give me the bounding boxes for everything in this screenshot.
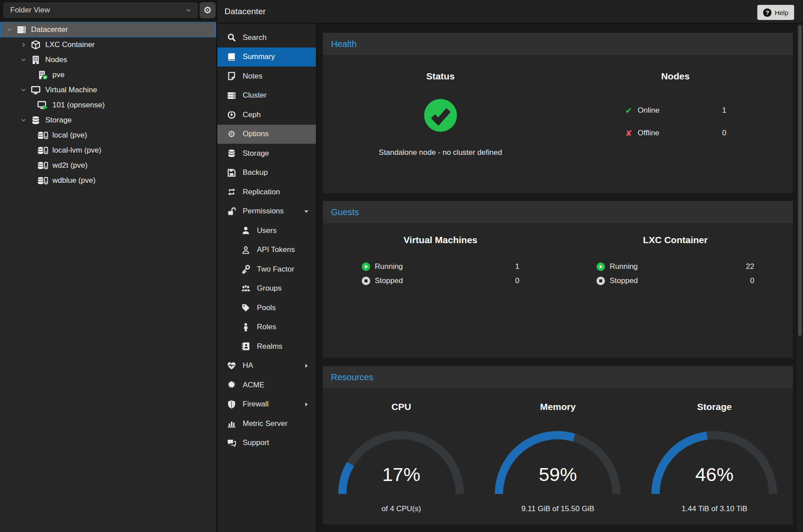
menu-item-acme[interactable]: ACME: [217, 375, 316, 395]
cube-icon: [30, 40, 41, 50]
menu-item-label: Firewall: [243, 400, 269, 409]
resources-panel: Resources CPU17%of 4 CPU(s)Memory59%9.11…: [323, 366, 793, 525]
offline-count: 0: [722, 129, 726, 138]
menu-item-metric-server[interactable]: Metric Server: [217, 414, 316, 433]
address-book-icon: [240, 342, 251, 351]
menu-item-pools[interactable]: Pools: [217, 298, 316, 318]
server-stack-icon: [226, 91, 237, 100]
menu-item-two-factor[interactable]: Two Factor: [217, 260, 316, 279]
nodes-online-row: ✔ Online 1: [624, 104, 726, 117]
tree-settings-button[interactable]: ⚙: [200, 2, 216, 18]
menu-item-permissions[interactable]: Permissions: [217, 202, 316, 221]
tree-item-101-opnsense[interactable]: 101 (opnsense): [0, 98, 216, 113]
user-icon: [240, 226, 251, 235]
check-icon: ✔: [624, 106, 633, 115]
nodes-offline-row: ✘ Offline 0: [624, 126, 726, 140]
health-panel-body: Status Standalone node - no cluster defi…: [323, 56, 793, 157]
shield-icon: [226, 400, 237, 409]
lxc-running-row: Running 22: [596, 260, 754, 272]
menu-item-summary[interactable]: Summary: [217, 47, 316, 67]
note-icon: [226, 71, 237, 81]
menu-item-ha[interactable]: HA: [217, 356, 316, 376]
menu-item-groups[interactable]: Groups: [217, 279, 316, 299]
status-message: Standalone node - no cluster defined: [379, 148, 502, 157]
menu-item-options[interactable]: ⚙Options: [217, 125, 316, 144]
vm-running-icon: [37, 100, 48, 110]
menu-item-firewall[interactable]: Firewall: [217, 395, 316, 414]
vm-stopped-row: Stopped 0: [362, 275, 520, 287]
tree-item-local-pve[interactable]: local (pve): [0, 128, 216, 143]
menu-item-ceph[interactable]: Ceph: [217, 105, 316, 125]
key-icon: [240, 264, 251, 274]
menu-item-cluster[interactable]: Cluster: [217, 86, 316, 106]
menu-item-label: Roles: [257, 323, 276, 331]
caret-down-icon[interactable]: [4, 27, 14, 33]
lxc-running-label: Running: [610, 262, 638, 271]
resources-panel-title: Resources: [331, 372, 374, 382]
menu-item-support[interactable]: Support: [217, 433, 316, 453]
gauge-cpu: CPU17%of 4 CPU(s): [323, 389, 480, 513]
menu-item-replication[interactable]: Replication: [217, 182, 316, 202]
online-label: Online: [638, 106, 659, 115]
menu-item-label: Options: [243, 130, 269, 138]
storage-item-icon: [37, 176, 48, 185]
database-icon: [30, 115, 41, 125]
caret-down-icon[interactable]: [19, 117, 28, 123]
tree-item-local-lvm-pve[interactable]: local-lvm (pve): [0, 143, 216, 158]
resource-tree-panel: Folder View ⚙ DatacenterLXC ContainerNod…: [0, 0, 216, 532]
tree-item-label: LXC Container: [45, 40, 95, 49]
menu-item-storage[interactable]: Storage: [217, 144, 316, 163]
comments-icon: [226, 438, 237, 448]
guests-panel-body: Virtual Machines Running 1: [323, 224, 793, 287]
tree-item-virtual-machine[interactable]: Virtual Machine: [0, 83, 216, 98]
menu-item-label: Notes: [243, 72, 262, 81]
menu-item-label: Backup: [243, 168, 268, 177]
tree-item-datacenter[interactable]: Datacenter: [0, 22, 216, 37]
guests-panel-title: Guests: [331, 207, 359, 217]
vm-running-row: Running 1: [362, 260, 520, 272]
gear-icon: ⚙: [226, 130, 237, 139]
ceph-icon: [226, 110, 237, 119]
tree-item-lxc-container[interactable]: LXC Container: [0, 37, 216, 52]
menu-item-backup[interactable]: Backup: [217, 163, 316, 183]
menu-item-label: Users: [257, 226, 276, 235]
menu-item-realms[interactable]: Realms: [217, 337, 316, 356]
resources-panel-body: CPU17%of 4 CPU(s)Memory59%9.11 GiB of 15…: [323, 389, 793, 513]
gauge-percent: 46%: [649, 464, 779, 485]
nodes-rows: ✔ Online 1 ✘ Offline 0: [624, 104, 726, 140]
caret-down-icon[interactable]: [19, 57, 28, 63]
tree-item-label: wdblue (pve): [52, 176, 95, 185]
tree-item-wdblue-pve[interactable]: wdblue (pve): [0, 173, 216, 188]
cluster-status-section: Status Standalone node - no cluster defi…: [323, 56, 558, 157]
menu-item-search[interactable]: Search: [217, 28, 316, 47]
monitor-icon: [30, 85, 41, 95]
tree-item-nodes[interactable]: Nodes: [0, 52, 216, 67]
menu-item-api-tokens[interactable]: API Tokens: [217, 240, 316, 260]
database-icon: [226, 149, 237, 158]
health-panel: Health Status Standalone node - no clust…: [323, 32, 793, 193]
caret-right-icon[interactable]: [19, 42, 28, 48]
tree-item-wd2t-pve[interactable]: wd2t (pve): [0, 158, 216, 173]
tree-item-label: wd2t (pve): [52, 161, 87, 170]
gear-icon: ⚙: [204, 6, 212, 15]
tree-item-storage[interactable]: Storage: [0, 113, 216, 128]
view-selector-value: Folder View: [10, 6, 50, 15]
menu-item-label: Pools: [257, 303, 276, 312]
server-stack-icon: [16, 25, 27, 35]
menu-item-users[interactable]: Users: [217, 221, 316, 240]
running-icon: [362, 262, 370, 271]
menu-item-notes[interactable]: Notes: [217, 67, 316, 86]
running-icon: [596, 262, 605, 271]
help-button[interactable]: ? Help: [757, 5, 794, 20]
vm-rows: Running 1 Stopped 0: [362, 260, 520, 287]
caret-down-icon[interactable]: [19, 87, 28, 93]
scrollbar-thumb[interactable]: [798, 25, 802, 336]
gauge-detail: 1.44 TiB of 3.10 TiB: [681, 504, 747, 513]
lxc-heading: LXC Container: [643, 235, 708, 245]
floppy-icon: [226, 168, 237, 177]
person-icon: [240, 323, 251, 332]
gauge-heading: Memory: [540, 402, 576, 412]
tree-item-pve[interactable]: pve: [0, 67, 216, 83]
menu-item-roles[interactable]: Roles: [217, 318, 316, 337]
view-selector[interactable]: Folder View: [4, 3, 197, 18]
